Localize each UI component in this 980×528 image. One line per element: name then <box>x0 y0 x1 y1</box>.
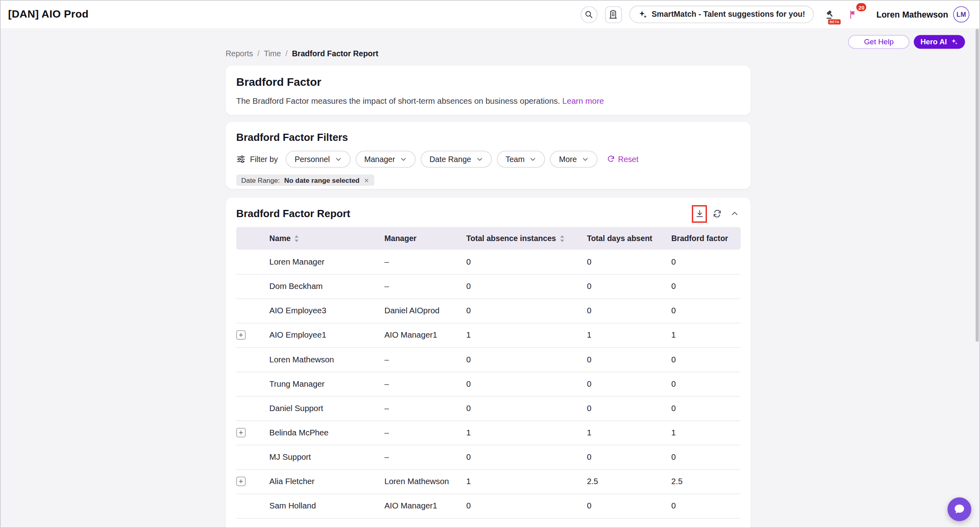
table-row: Loren Manager – 0 0 0 <box>236 249 741 274</box>
cell-bradford-factor: 0 <box>671 372 741 396</box>
close-icon <box>364 177 369 183</box>
cell-bradford-factor: 0 <box>671 396 741 420</box>
cell-total-days-absent: 0 <box>587 518 671 528</box>
column-header-manager[interactable]: Manager <box>385 227 466 249</box>
cell-total-days-absent: 0 <box>587 249 671 274</box>
expand-row-button[interactable] <box>236 428 246 437</box>
cell-bradford-factor: 0 <box>671 249 741 274</box>
cell-total-absence-instances: 0 <box>466 347 587 372</box>
filter-dropdown-team[interactable]: Team <box>497 151 545 168</box>
app-header: [DAN] AIO Prod SmartMatch - Talent sugge… <box>1 1 980 28</box>
download-report-button[interactable] <box>694 208 705 220</box>
cell-name: Loren Mathewson <box>269 347 384 372</box>
column-header-bradford-factor[interactable]: Bradford factor <box>671 227 741 249</box>
cell-manager: – <box>385 396 466 420</box>
reset-icon <box>607 155 615 163</box>
company-button[interactable] <box>605 6 621 23</box>
sort-icon[interactable] <box>559 234 565 242</box>
cell-bradford-factor: 1 <box>671 420 741 445</box>
report-card: Bradford Factor Report <box>226 198 751 528</box>
breadcrumb-item-time[interactable]: Time <box>264 49 281 58</box>
search-icon <box>584 10 593 19</box>
column-header-name[interactable]: Name <box>269 227 384 249</box>
notifications-button[interactable]: 20 <box>845 6 862 23</box>
filters-title: Bradford Factor Filters <box>236 131 740 143</box>
page-title: Bradford Factor <box>236 76 740 89</box>
beta-feature-button[interactable]: BETA <box>821 6 838 23</box>
hero-ai-label: Hero AI <box>921 38 947 46</box>
smartmatch-button[interactable]: SmartMatch - Talent suggestions for you! <box>629 6 814 23</box>
filter-sliders-icon <box>236 154 246 164</box>
table-row: Alia Fletcher Loren Mathewson 1 2.5 2.5 <box>236 469 741 494</box>
table-header-row: Name Manager Total absence instances Tot… <box>236 227 741 249</box>
scrollbar[interactable] <box>976 29 979 342</box>
cell-total-days-absent: 2.5 <box>587 469 671 494</box>
download-icon <box>695 209 704 219</box>
sparkle-icon <box>950 38 958 46</box>
sort-icon[interactable] <box>294 234 300 242</box>
intro-card: Bradford Factor The Bradford Factor meas… <box>226 66 751 115</box>
filter-dropdown-more[interactable]: More <box>550 151 597 168</box>
cell-bradford-factor: 1 <box>671 323 741 347</box>
filter-dropdown-manager[interactable]: Manager <box>355 151 416 168</box>
filters-row: Filter by Personnel Manager Date Range T… <box>236 151 740 168</box>
column-header-label: Total days absent <box>587 234 652 243</box>
expand-row-button[interactable] <box>236 330 246 340</box>
collapse-report-button[interactable] <box>729 208 740 220</box>
plus-icon <box>238 479 244 484</box>
table-row: Dom Beckham – 0 0 0 <box>236 274 741 299</box>
plus-icon <box>238 430 244 435</box>
cell-name: Sam Holland <box>269 494 384 518</box>
cell-total-absence-instances: 1 <box>466 469 587 494</box>
chevron-up-icon <box>730 210 738 218</box>
chat-widget-button[interactable] <box>948 497 972 521</box>
cell-total-absence-instances: 0 <box>466 518 587 528</box>
refresh-report-button[interactable] <box>711 208 722 220</box>
learn-more-link[interactable]: Learn more <box>562 96 604 106</box>
table-row: Isaac Demo – 0 0 0 <box>236 518 741 528</box>
cell-total-days-absent: 0 <box>587 274 671 299</box>
cell-manager: Loren Mathewson <box>385 469 466 494</box>
app-root: [DAN] AIO Prod SmartMatch - Talent sugge… <box>0 0 980 528</box>
report-header: Bradford Factor Report <box>236 206 740 221</box>
remove-chip-button[interactable] <box>364 177 369 183</box>
chat-bubble-icon <box>953 503 966 515</box>
column-header-total-days-absent[interactable]: Total days absent <box>587 227 671 249</box>
filter-dropdown-personnel[interactable]: Personnel <box>286 151 351 168</box>
breadcrumb-item-reports[interactable]: Reports <box>226 49 253 58</box>
filter-dropdown-label: Date Range <box>430 155 471 164</box>
get-help-button[interactable]: Get Help <box>848 35 909 49</box>
column-header-label: Total absence instances <box>466 234 556 243</box>
filter-by-label: Filter by <box>250 155 278 164</box>
reset-label: Reset <box>618 155 639 164</box>
table-row: Sam Holland AIO Manager1 0 0 0 <box>236 494 741 518</box>
expand-row-button[interactable] <box>236 477 246 486</box>
column-header-total-absence-instances[interactable]: Total absence instances <box>466 227 587 249</box>
cell-total-absence-instances: 1 <box>466 323 587 347</box>
search-button[interactable] <box>580 6 597 23</box>
hero-ai-button[interactable]: Hero AI <box>914 35 965 49</box>
chevron-down-icon <box>335 156 341 162</box>
table-row: AIO Employee1 AIO Manager1 1 1 1 <box>236 323 741 347</box>
column-header-label: Manager <box>385 234 417 243</box>
plus-icon <box>238 332 244 338</box>
cell-total-absence-instances: 0 <box>466 494 587 518</box>
filter-dropdown-date-range[interactable]: Date Range <box>421 151 492 168</box>
user-name: Loren Mathewson <box>876 10 948 19</box>
cell-total-absence-instances: 0 <box>466 274 587 299</box>
cell-manager: Daniel AIOprod <box>385 299 466 323</box>
cell-name: Daniel Support <box>269 396 384 420</box>
cell-name: AIO Employee3 <box>269 299 384 323</box>
table-row: Trung Manager – 0 0 0 <box>236 372 741 396</box>
flag-icon <box>849 9 858 20</box>
reset-filters-button[interactable]: Reset <box>607 155 638 164</box>
breadcrumb-item-bradford-factor-report: Bradford Factor Report <box>292 49 379 58</box>
intro-description: The Bradford Factor measures the impact … <box>236 96 740 106</box>
user-menu[interactable]: Loren Mathewson LM <box>876 6 969 23</box>
cell-total-absence-instances: 0 <box>466 396 587 420</box>
beta-badge: BETA <box>828 20 841 25</box>
chip-value: No date range selected <box>284 176 360 184</box>
cell-total-days-absent: 0 <box>587 299 671 323</box>
chevron-down-icon <box>582 156 589 162</box>
cell-manager: – <box>385 347 466 372</box>
